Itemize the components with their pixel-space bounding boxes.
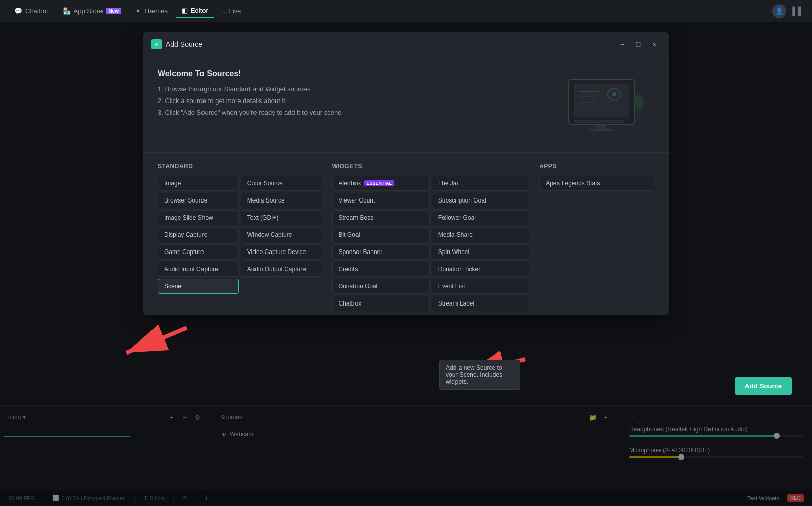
svg-point-8 [634,95,644,109]
maximize-button[interactable]: □ [632,38,644,50]
widget-the-jar[interactable]: The Jar [432,176,529,191]
main-area: + Add Source − □ × Welcome To Sources! 1… [0,22,812,506]
nav-appstore[interactable]: 🏪 App Store New [57,4,127,18]
dialog-overlay: + Add Source − □ × Welcome To Sources! 1… [0,22,812,506]
source-browser-source[interactable]: Browser Source [158,193,239,208]
add-source-tooltip: Add a new Source to your Scene. Includes… [439,360,520,390]
source-audio-input[interactable]: Audio Input Capture [158,262,239,277]
signal-icon: ▌▌ [792,7,804,16]
widget-event-list[interactable]: Event List [432,279,529,294]
nav-live[interactable]: ≡ Live [216,4,247,18]
add-source-button[interactable]: Add Source [735,377,792,395]
source-text-gdi[interactable]: Text (GDI+) [241,210,322,225]
widget-donation-ticker[interactable]: Donation Ticker [432,262,529,277]
widget-spin-wheel[interactable]: Spin Wheel [432,244,529,260]
svg-rect-11 [589,129,614,131]
widgets-grid: Alertbox Essential The Jar Viewer Count … [332,176,530,311]
sources-section: Standard Image Color Source Browser Sour… [143,153,669,315]
dialog-title: Add Source [166,40,202,48]
welcome-section: Welcome To Sources! 1. Browse through ou… [143,57,669,153]
svg-rect-9 [574,120,624,123]
widget-donation-goal[interactable]: Donation Goal [332,279,430,294]
app-apex-legends[interactable]: Apex Legends Stats [539,176,654,191]
svg-rect-10 [596,125,606,129]
svg-point-6 [612,92,616,96]
nav-editor[interactable]: ◧ Editor [176,4,214,18]
standard-column: Standard Image Color Source Browser Sour… [158,163,322,311]
source-display-capture[interactable]: Display Capture [158,227,239,242]
chat-icon: 💬 [14,7,22,15]
widget-stream-label[interactable]: Stream Label [432,296,529,311]
add-source-dialog: + Add Source − □ × Welcome To Sources! 1… [143,32,669,315]
widget-stream-boss[interactable]: Stream Boss [332,210,430,225]
source-video-capture[interactable]: Video Capture Device [241,244,322,260]
widget-sponsor-banner[interactable]: Sponsor Banner [332,244,430,260]
apps-column: Apps Apex Legends Stats [539,163,654,311]
svg-rect-1 [574,84,629,117]
widget-subscription-goal[interactable]: Subscription Goal [432,193,529,208]
close-button[interactable]: × [648,38,661,50]
themes-icon: ✦ [135,7,141,15]
source-color-source[interactable]: Color Source [241,176,322,191]
nav-right: 👤 ▌▌ [772,4,804,18]
widget-media-share[interactable]: Media Share [432,227,529,242]
dialog-controls: − □ × [616,38,661,50]
store-icon: 🏪 [63,7,71,15]
minimize-button[interactable]: − [616,38,628,50]
sources-columns: Standard Image Color Source Browser Sour… [158,163,654,311]
top-nav: 💬 Chatbot 🏪 App Store New ✦ Themes ◧ Edi… [0,0,812,22]
widget-alertbox[interactable]: Alertbox Essential [332,176,430,191]
welcome-illustration [553,69,654,140]
source-scene[interactable]: Scene [158,279,239,294]
source-audio-output[interactable]: Audio Output Capture [241,262,322,277]
widgets-column: Widgets Alertbox Essential The Jar Viewe… [332,163,530,311]
widget-viewer-count[interactable]: Viewer Count [332,193,430,208]
source-window-capture[interactable]: Window Capture [241,227,322,242]
nav-chatbot[interactable]: 💬 Chatbot [8,4,55,18]
apps-grid: Apex Legends Stats [539,176,654,191]
standard-grid: Image Color Source Browser Source Media … [158,176,322,294]
dialog-icon: + [151,39,162,49]
widgets-label: Widgets [332,163,530,170]
source-image-slide-show[interactable]: Image Slide Show [158,210,239,225]
nav-themes[interactable]: ✦ Themes [129,4,174,18]
welcome-title: Welcome To Sources! [158,69,541,78]
source-game-capture[interactable]: Game Capture [158,244,239,260]
widget-chatbox[interactable]: Chatbox [332,296,430,311]
standard-label: Standard [158,163,322,170]
widget-credits[interactable]: Credits [332,262,430,277]
widget-bit-goal[interactable]: Bit Goal [332,227,430,242]
editor-icon: ◧ [182,7,188,14]
dialog-header: + Add Source − □ × [143,32,669,57]
user-avatar[interactable]: 👤 [772,4,786,18]
live-icon: ≡ [222,7,226,15]
source-media-source[interactable]: Media Source [241,193,322,208]
widget-follower-goal[interactable]: Follower Goal [432,210,529,225]
welcome-steps: 1. Browse through our Standard and Widge… [158,85,541,116]
source-image[interactable]: Image [158,176,239,191]
apps-label: Apps [539,163,654,170]
